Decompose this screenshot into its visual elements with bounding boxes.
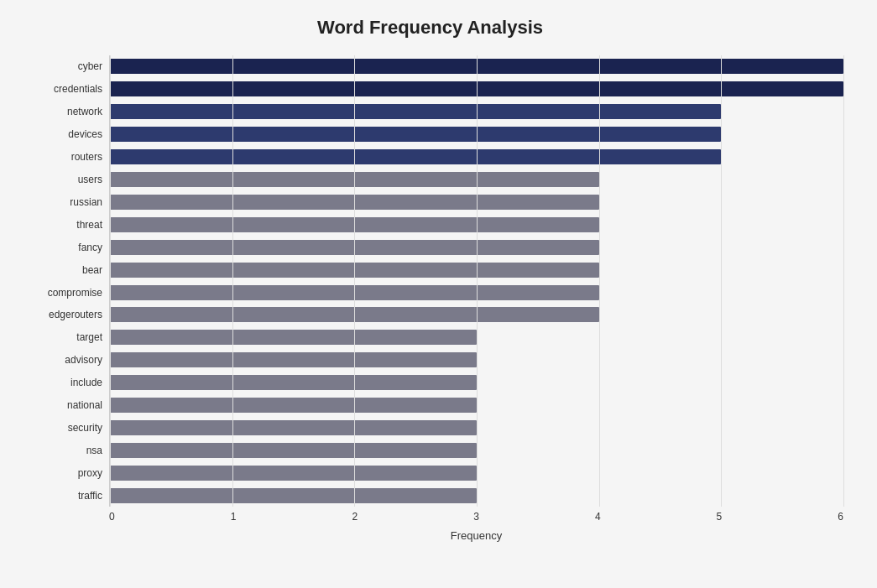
x-axis-label: 3 (473, 511, 479, 523)
bar-row (110, 213, 843, 236)
bar-row (110, 236, 843, 258)
y-label: devices (17, 123, 109, 146)
bar-row (110, 394, 843, 417)
y-label: users (17, 169, 109, 191)
y-label: compromise (17, 281, 109, 304)
bar-row (110, 304, 843, 326)
x-axis-label: 6 (838, 511, 843, 523)
bar-row (110, 146, 843, 169)
bar-row (110, 281, 843, 304)
bar-row (110, 349, 843, 372)
bar (110, 375, 477, 390)
bar (110, 285, 599, 300)
bar-row (110, 78, 843, 101)
chart-area: cybercredentialsnetworkdevicesroutersuse… (17, 55, 843, 542)
bar (110, 263, 599, 278)
bar (110, 127, 721, 142)
bar-row (110, 190, 843, 213)
bar-row (110, 484, 843, 507)
bar-row (110, 439, 843, 461)
bars-and-grid (109, 55, 843, 507)
x-axis-labels: 0123456 (109, 511, 843, 523)
y-label: traffic (17, 484, 109, 507)
bar (110, 81, 843, 96)
y-label: network (17, 101, 109, 123)
x-axis-label: 0 (109, 511, 115, 523)
y-label: routers (17, 146, 109, 169)
y-label: russian (17, 190, 109, 213)
grid-line (843, 55, 844, 507)
x-axis-title: Frequency (109, 529, 843, 542)
bar (110, 240, 599, 255)
y-label: edgerouters (17, 304, 109, 326)
bar (110, 398, 477, 413)
y-label: advisory (17, 349, 109, 372)
y-label: threat (17, 213, 109, 236)
y-label: fancy (17, 236, 109, 258)
bar (110, 466, 477, 481)
bar (110, 149, 721, 164)
x-axis-label: 5 (717, 511, 723, 523)
y-label: bear (17, 258, 109, 281)
bar-row (110, 55, 843, 78)
bar (110, 352, 477, 367)
bar (110, 59, 843, 74)
y-labels: cybercredentialsnetworkdevicesroutersuse… (17, 55, 109, 507)
bar-row (110, 169, 843, 191)
bar (110, 330, 477, 345)
chart-container: Word Frequency Analysis cybercredentials… (0, 0, 877, 588)
y-label: security (17, 417, 109, 440)
y-label: include (17, 372, 109, 394)
x-axis-label: 1 (231, 511, 237, 523)
bar (110, 420, 477, 435)
y-label: proxy (17, 461, 109, 484)
bar-row (110, 326, 843, 349)
y-label: national (17, 394, 109, 417)
bar (110, 195, 599, 210)
bar (110, 307, 599, 322)
bar-row (110, 101, 843, 123)
x-axis-section: 0123456 (109, 511, 843, 523)
y-label: target (17, 326, 109, 349)
bar-row (110, 372, 843, 394)
bar (110, 104, 721, 119)
bar (110, 443, 477, 458)
bar-row (110, 461, 843, 484)
y-label: cyber (17, 55, 109, 78)
bar-row (110, 258, 843, 281)
bar (110, 488, 477, 503)
y-label: nsa (17, 439, 109, 461)
bar-row (110, 417, 843, 440)
bar-row (110, 123, 843, 146)
bar (110, 172, 599, 187)
bar (110, 217, 599, 232)
bars-section: cybercredentialsnetworkdevicesroutersuse… (17, 55, 843, 507)
x-axis-label: 4 (595, 511, 601, 523)
chart-title: Word Frequency Analysis (17, 17, 843, 39)
x-axis-label: 2 (352, 511, 358, 523)
y-label: credentials (17, 78, 109, 101)
